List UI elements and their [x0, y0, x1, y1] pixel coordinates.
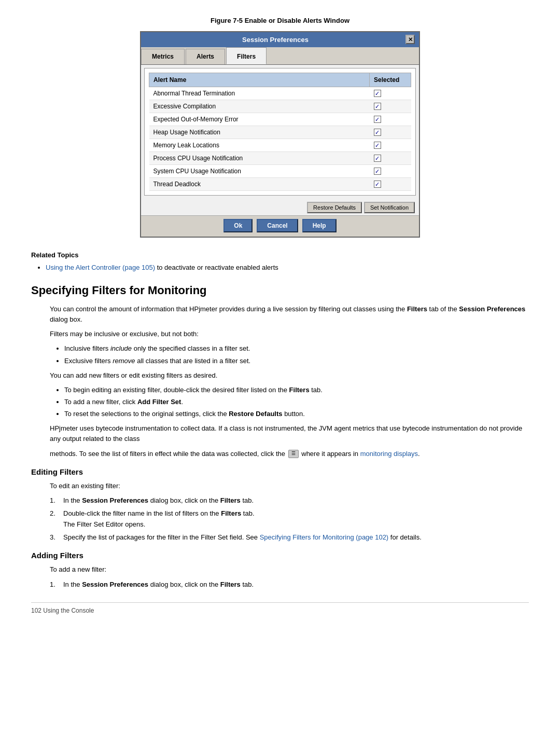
- adding-intro: To add a new filter:: [50, 564, 529, 575]
- alert-selected-cell[interactable]: ✓: [370, 100, 411, 113]
- checkbox-icon[interactable]: ✓: [374, 103, 381, 110]
- checkbox-icon[interactable]: ✓: [374, 168, 381, 175]
- table-row: Process CPU Usage Notification✓: [149, 152, 411, 165]
- dialog-close-button[interactable]: ✕: [405, 35, 415, 44]
- tab-alerts[interactable]: Alerts: [186, 49, 225, 64]
- para5-before: methods. To see the list of filters in e…: [50, 450, 287, 458]
- tab-filters[interactable]: Filters: [226, 47, 267, 64]
- adding-filters-title: Adding Filters: [31, 550, 529, 562]
- checkbox-icon[interactable]: ✓: [374, 90, 381, 97]
- related-topics-list: Using the Alert Controller (page 105) to…: [31, 263, 529, 273]
- table-row: Expected Out-of-Memory Error✓: [149, 113, 411, 126]
- help-button[interactable]: Help: [302, 219, 337, 232]
- para5-after: where it appears in: [300, 450, 360, 458]
- col-selected: Selected: [370, 73, 411, 87]
- alert-name-cell: Process CPU Usage Notification: [149, 152, 370, 165]
- dialog-secondary-buttons: Restore Defaults Set Notification: [141, 199, 419, 215]
- checkbox-icon[interactable]: ✓: [374, 142, 381, 149]
- step-number: 2.: [50, 508, 58, 529]
- related-topics-section: Related Topics Using the Alert Controlle…: [31, 250, 529, 272]
- alerts-table: Alert Name Selected Abnormal Thread Term…: [149, 73, 411, 191]
- filter-type-list: Inclusive filters include only the speci…: [31, 343, 529, 366]
- dialog-tabs: Metrics Alerts Filters: [141, 47, 419, 65]
- filter-icon: ☰: [288, 450, 299, 458]
- editing-steps-list: 1. In the Session Preferences dialog box…: [50, 495, 529, 543]
- related-topics-title: Related Topics: [31, 250, 529, 260]
- action-list: To begin editing an existing filter, dou…: [31, 385, 529, 419]
- related-topic-text: to deactivate or reactivate enabled aler…: [155, 264, 278, 271]
- main-para-3: You can add new filters or edit existing…: [50, 370, 529, 381]
- adding-steps-list: 1. In the Session Preferences dialog box…: [50, 579, 529, 590]
- editing-intro: To edit an existing filter:: [50, 481, 529, 491]
- step-text: Double-click the filter name in the list…: [63, 508, 255, 529]
- list-item: To add a new filter, click Add Filter Se…: [64, 397, 529, 407]
- session-preferences-dialog: Session Preferences ✕ Metrics Alerts Fil…: [140, 31, 420, 238]
- main-para-1: You can control the amount of informatio…: [50, 304, 529, 325]
- list-item: Inclusive filters include only the speci…: [64, 343, 529, 354]
- alert-name-cell: System CPU Usage Notification: [149, 165, 370, 178]
- cancel-button[interactable]: Cancel: [257, 219, 298, 232]
- main-section-title: Specifying Filters for Monitoring: [31, 282, 529, 299]
- list-item: To reset the selections to the original …: [64, 409, 529, 419]
- alert-name-cell: Heap Usage Notification: [149, 126, 370, 139]
- list-item: Using the Alert Controller (page 105) to…: [46, 263, 529, 273]
- alert-selected-cell[interactable]: ✓: [370, 87, 411, 100]
- monitoring-displays-link[interactable]: monitoring displays: [360, 450, 418, 458]
- dialog-content-area: Alert Name Selected Abnormal Thread Term…: [144, 68, 416, 196]
- dialog-title: Session Preferences: [145, 35, 405, 45]
- alert-controller-link[interactable]: Using the Alert Controller (page 105): [46, 264, 155, 271]
- set-notification-button[interactable]: Set Notification: [364, 202, 415, 213]
- checkbox-icon[interactable]: ✓: [374, 129, 381, 136]
- step-number: 3.: [50, 532, 58, 543]
- table-row: Memory Leak Locations✓: [149, 139, 411, 152]
- step-text: In the Session Preferences dialog box, c…: [63, 495, 254, 506]
- checkbox-icon[interactable]: ✓: [374, 155, 381, 162]
- dialog-titlebar: Session Preferences ✕: [141, 32, 419, 48]
- alert-selected-cell[interactable]: ✓: [370, 165, 411, 178]
- alert-selected-cell[interactable]: ✓: [370, 126, 411, 139]
- step-sub: The Filter Set Editor opens.: [63, 520, 145, 528]
- table-row: Heap Usage Notification✓: [149, 126, 411, 139]
- list-item: Exclusive filters remove all classes tha…: [64, 356, 529, 366]
- restore-defaults-button[interactable]: Restore Defaults: [307, 202, 362, 213]
- alert-selected-cell[interactable]: ✓: [370, 113, 411, 126]
- alert-name-cell: Expected Out-of-Memory Error: [149, 113, 370, 126]
- checkbox-icon[interactable]: ✓: [374, 116, 381, 123]
- tab-metrics[interactable]: Metrics: [141, 49, 185, 64]
- page-footer: 102 Using the Console: [31, 602, 529, 615]
- alert-name-cell: Excessive Compilation: [149, 100, 370, 113]
- editing-filters-title: Editing Filters: [31, 466, 529, 478]
- list-item: To begin editing an existing filter, dou…: [64, 385, 529, 395]
- figure-caption: Figure 7-5 Enable or Disable Alerts Wind…: [31, 16, 529, 26]
- alert-name-cell: Thread Deadlock: [149, 178, 370, 191]
- alert-selected-cell[interactable]: ✓: [370, 152, 411, 165]
- alert-name-cell: Memory Leak Locations: [149, 139, 370, 152]
- main-para-5: methods. To see the list of filters in e…: [50, 449, 529, 459]
- list-item: 3. Specify the list of packages for the …: [50, 532, 529, 543]
- checkbox-icon[interactable]: ✓: [374, 181, 381, 188]
- dialog-main-buttons: Ok Cancel Help: [141, 215, 419, 237]
- ok-button[interactable]: Ok: [223, 219, 253, 232]
- step-text: Specify the list of packages for the fil…: [63, 532, 422, 543]
- step-text: In the Session Preferences dialog box, c…: [63, 579, 254, 590]
- specifying-filters-link[interactable]: Specifying Filters for Monitoring (page …: [260, 533, 389, 541]
- main-para-4: HPjmeter uses bytecode instrumentation t…: [50, 423, 529, 444]
- step-number: 1.: [50, 495, 58, 506]
- table-row: Thread Deadlock✓: [149, 178, 411, 191]
- table-row: Abnormal Thread Termination✓: [149, 87, 411, 100]
- list-item: 2. Double-click the filter name in the l…: [50, 508, 529, 529]
- alert-selected-cell[interactable]: ✓: [370, 139, 411, 152]
- main-para-2: Filters may be inclusive or exclusive, b…: [50, 329, 529, 339]
- col-alert-name: Alert Name: [149, 73, 370, 87]
- alert-selected-cell[interactable]: ✓: [370, 178, 411, 191]
- alert-name-cell: Abnormal Thread Termination: [149, 87, 370, 100]
- table-row: System CPU Usage Notification✓: [149, 165, 411, 178]
- list-item: 1. In the Session Preferences dialog box…: [50, 579, 529, 590]
- table-row: Excessive Compilation✓: [149, 100, 411, 113]
- step-number: 1.: [50, 579, 58, 590]
- para5-end: .: [418, 450, 420, 458]
- list-item: 1. In the Session Preferences dialog box…: [50, 495, 529, 506]
